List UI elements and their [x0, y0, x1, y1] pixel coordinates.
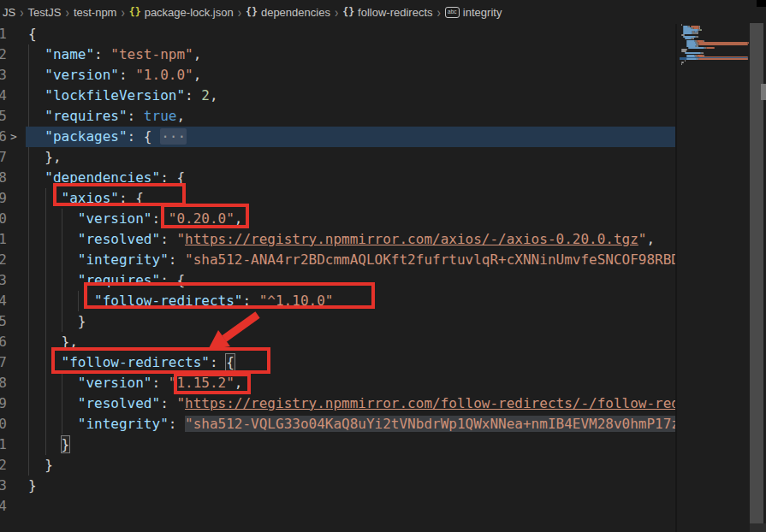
chevron-right-icon: › [66, 4, 69, 21]
code-token: { [28, 26, 37, 42]
code-text: "integrity": "sha512-ANA4rr2BDcmmAQLOKft… [28, 250, 675, 270]
code-token: { [176, 272, 185, 288]
code-line-5[interactable]: 5 "requires": true, [0, 106, 675, 127]
code-token: https://registry.npmmirror.com/follow-re… [185, 395, 675, 411]
symbol-object-icon: {} [246, 6, 258, 18]
code-token: " [176, 231, 185, 247]
line-number: 2 [0, 44, 7, 65]
code-line-15[interactable]: 15 } [0, 311, 675, 332]
line-number: 1 [0, 24, 7, 44]
breadcrumb-item-dependencies[interactable]: {}dependencies [245, 6, 331, 19]
code-token: }, [28, 334, 78, 350]
code-text: }, [28, 147, 62, 168]
minimap-line [681, 24, 682, 26]
code-line-22[interactable]: 22 } [0, 455, 675, 476]
code-line-9[interactable]: 9 "axios": { [0, 188, 675, 209]
code-token: "resolved" [78, 231, 160, 247]
code-token: "1.15.2" [169, 375, 235, 391]
code-text: "integrity": "sha512-VQLG33o04KaQ8uYi2tV… [28, 414, 675, 434]
line-number: 17 [0, 352, 7, 373]
code-text: } [28, 455, 53, 476]
code-token: { [135, 190, 144, 206]
code-line-2[interactable]: 2 "name": "test-npm", [0, 44, 675, 65]
breadcrumb-label: TestJS [28, 6, 62, 19]
chevron-right-icon: › [20, 4, 23, 21]
line-number: 3 [0, 65, 7, 86]
code-token: , [176, 108, 185, 124]
line-number: 23 [0, 476, 7, 496]
code-token: "lockfileVersion" [45, 87, 185, 103]
code-text: "packages": { ··· [28, 127, 187, 147]
code-line-19[interactable]: 19 "resolved": "https://registry.npmmirr… [0, 393, 675, 414]
code-token: "follow-redirects" [94, 293, 242, 309]
code-token: 2 [201, 87, 210, 103]
code-text: "name": "test-npm", [28, 44, 201, 65]
code-token [28, 46, 45, 62]
vscode-editor-window: JS›TestJS›test-npm›{}package-lock.json›{… [0, 0, 766, 532]
code-token: , [235, 210, 243, 227]
code-line-20[interactable]: 20 "integrity": "sha512-VQLG33o04KaQ8uYi… [0, 414, 675, 434]
breadcrumb-item-test-npm[interactable]: test-npm [73, 6, 118, 19]
code-token: "axios" [62, 190, 119, 206]
minimap-line [698, 58, 748, 60]
line-number: 22 [0, 455, 7, 476]
code-text: "requires": { [28, 270, 185, 291]
breadcrumb-label: package-lock.json [145, 6, 234, 19]
chevron-right-icon: › [437, 4, 441, 21]
code-token [28, 108, 45, 124]
code-token: true [144, 108, 177, 124]
code-token [28, 210, 78, 227]
code-line-23[interactable]: 23} [0, 476, 675, 496]
editor[interactable]: 1{2 "name": "test-npm",3 "version": "1.0… [0, 24, 675, 532]
code-text: "version": "1.0.0", [28, 65, 201, 86]
code-token: : [210, 354, 226, 370]
minimap-line [698, 36, 698, 38]
code-line-16[interactable]: 16 }, [0, 332, 675, 352]
vertical-scrollbar-thumb[interactable] [761, 84, 766, 100]
code-line-8[interactable]: 8 "dependencies": { [0, 168, 675, 188]
code-token: : [119, 67, 135, 83]
breadcrumb-item-follow-redirects[interactable]: {}follow-redirects [341, 6, 433, 19]
code-line-1[interactable]: 1{ [0, 24, 675, 44]
code-token: { [176, 169, 185, 186]
line-number: 18 [0, 373, 7, 393]
breadcrumb: JS›TestJS›test-npm›{}package-lock.json›{… [0, 0, 766, 24]
minimap-line [686, 58, 697, 60]
code-token: : [160, 169, 176, 186]
code-line-6[interactable]: 6> "packages": { ··· [0, 127, 675, 147]
code-line-24[interactable]: 24 [0, 496, 675, 517]
scrollbar-corner [750, 523, 766, 532]
line-number: 10 [0, 209, 7, 229]
code-line-7[interactable]: 7 }, [0, 147, 675, 168]
breadcrumb-item-TestJS[interactable]: TestJS [27, 6, 62, 19]
code-line-14[interactable]: 14 "follow-redirects": "^1.10.0" [0, 291, 675, 311]
fold-chevron-icon[interactable]: > [10, 127, 17, 147]
code-line-12[interactable]: 12 "integrity": "sha512-ANA4rr2BDcmmAQLO… [0, 250, 675, 270]
code-text: "resolved": "https://registry.npmmirror.… [28, 229, 655, 250]
code-token: "sha512-ANA4rr2BDcmmAQLOKft2fufrtuvlqR+c… [185, 251, 675, 268]
minimap-line [688, 47, 704, 49]
line-number: 5 [0, 106, 7, 127]
code-line-3[interactable]: 3 "version": "1.0.0", [0, 65, 675, 86]
code-token [28, 272, 78, 288]
code-line-17[interactable]: 17 "follow-redirects": { [0, 352, 675, 373]
code-line-11[interactable]: 11 "resolved": "https://registry.npmmirr… [0, 229, 675, 250]
breadcrumb-item-integrity[interactable]: abcintegrity [444, 6, 503, 19]
line-number: 12 [0, 250, 7, 270]
code-token: : [128, 128, 144, 145]
code-token [28, 67, 45, 83]
breadcrumb-item-package-lock.json[interactable]: {}package-lock.json [128, 6, 235, 19]
code-line-13[interactable]: 13 "requires": { [0, 270, 675, 291]
json-file-icon: {} [129, 6, 141, 18]
code-token: "version" [78, 210, 152, 227]
breadcrumb-label: integrity [463, 6, 502, 19]
chevron-right-icon: › [238, 4, 241, 21]
minimap[interactable] [677, 24, 750, 532]
code-token [28, 169, 45, 186]
code-line-10[interactable]: 10 "version": "0.20.0", [0, 209, 675, 229]
breadcrumb-item-JS[interactable]: JS [2, 6, 16, 19]
code-line-21[interactable]: 21 } [0, 434, 675, 455]
line-number: 9 [0, 188, 7, 209]
code-line-4[interactable]: 4 "lockfileVersion": 2, [0, 86, 675, 106]
code-line-18[interactable]: 18 "version": "1.15.2", [0, 373, 675, 393]
